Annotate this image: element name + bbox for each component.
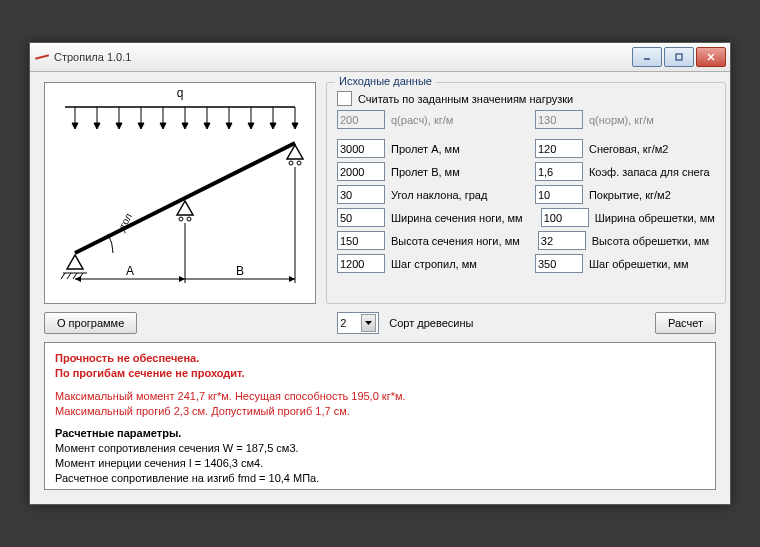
result-line: Расчетные параметры. bbox=[55, 426, 705, 441]
field-input[interactable] bbox=[337, 162, 385, 181]
svg-marker-20 bbox=[226, 123, 232, 129]
field-label: Пролет В, мм bbox=[391, 166, 460, 178]
checkbox-label: Считать по заданным значениям нагрузки bbox=[358, 93, 573, 105]
field-label: Коэф. запаса для снега bbox=[589, 166, 710, 178]
field-input[interactable] bbox=[337, 231, 385, 250]
field-label: Угол наклона, град bbox=[391, 189, 487, 201]
result-line: Максимальный прогиб 2,3 см. Допустимый п… bbox=[55, 404, 705, 419]
q-calc-input[interactable] bbox=[337, 110, 385, 129]
beam-diagram: q bbox=[44, 82, 316, 304]
svg-marker-44 bbox=[289, 276, 295, 282]
svg-marker-16 bbox=[182, 123, 188, 129]
svg-marker-22 bbox=[248, 123, 254, 129]
maximize-button[interactable] bbox=[664, 47, 694, 67]
load-arrow-icon bbox=[72, 107, 78, 129]
result-line: Расчетное сопротивление на изгиб fmd = 1… bbox=[55, 471, 705, 486]
inputs-fieldset: Исходные данные Считать по заданным знач… bbox=[326, 82, 726, 304]
support-mid-icon bbox=[177, 201, 193, 215]
field-label: Покрытие, кг/м2 bbox=[589, 189, 671, 201]
svg-marker-47 bbox=[365, 321, 372, 325]
field-input[interactable] bbox=[337, 139, 385, 158]
svg-text:B: B bbox=[236, 264, 244, 278]
result-line: По прогибам сечение не проходит. bbox=[55, 366, 705, 381]
svg-point-33 bbox=[179, 217, 183, 221]
wood-grade-select[interactable]: 2 bbox=[337, 312, 379, 334]
minimize-button[interactable] bbox=[632, 47, 662, 67]
svg-text:A: A bbox=[126, 264, 134, 278]
svg-text:угол: угол bbox=[115, 211, 134, 234]
app-icon bbox=[34, 49, 50, 65]
diagram-q-label: q bbox=[177, 86, 184, 100]
calculate-button[interactable]: Расчет bbox=[655, 312, 716, 334]
svg-marker-42 bbox=[179, 276, 185, 282]
field-label: Пролет А, мм bbox=[391, 143, 460, 155]
window-title: Стропила 1.0.1 bbox=[54, 51, 632, 63]
svg-marker-24 bbox=[270, 123, 276, 129]
result-line: Максимальный момент 241,7 кг*м. Несущая … bbox=[55, 389, 705, 404]
field-label: Ширина обрешетки, мм bbox=[595, 212, 715, 224]
svg-marker-14 bbox=[160, 123, 166, 129]
field-input[interactable] bbox=[541, 208, 589, 227]
field-label: Высота сечения ноги, мм bbox=[391, 235, 520, 247]
close-button[interactable] bbox=[696, 47, 726, 67]
field-label: Шаг стропил, мм bbox=[391, 258, 477, 270]
app-window: Стропила 1.0.1 q bbox=[29, 42, 731, 505]
field-input[interactable] bbox=[337, 254, 385, 273]
svg-marker-26 bbox=[292, 123, 298, 129]
results-output: Прочность не обеспечена. По прогибам сеч… bbox=[44, 342, 716, 490]
field-input[interactable] bbox=[337, 208, 385, 227]
field-input[interactable] bbox=[538, 231, 586, 250]
svg-point-36 bbox=[297, 161, 301, 165]
field-input[interactable] bbox=[337, 185, 385, 204]
use-given-loads-checkbox[interactable] bbox=[337, 91, 352, 106]
svg-rect-1 bbox=[676, 54, 682, 60]
result-line: Момент сопротивления сечения W = 187,5 с… bbox=[55, 441, 705, 456]
svg-marker-41 bbox=[75, 276, 81, 282]
field-input[interactable] bbox=[535, 162, 583, 181]
fieldset-legend: Исходные данные bbox=[335, 75, 436, 87]
field-label: Высота обрешетки, мм bbox=[592, 235, 709, 247]
svg-line-29 bbox=[61, 273, 65, 279]
svg-marker-12 bbox=[138, 123, 144, 129]
field-input[interactable] bbox=[535, 185, 583, 204]
chevron-down-icon bbox=[361, 314, 376, 332]
svg-line-30 bbox=[67, 273, 71, 279]
result-line: Момент инерции сечения I = 1406,3 см4. bbox=[55, 456, 705, 471]
field-input[interactable] bbox=[535, 139, 583, 158]
svg-point-35 bbox=[289, 161, 293, 165]
result-line: Прочность не обеспечена. bbox=[55, 351, 705, 366]
wood-grade-label: Сорт древесины bbox=[389, 317, 473, 329]
svg-marker-10 bbox=[116, 123, 122, 129]
q-norm-input[interactable] bbox=[535, 110, 583, 129]
field-label: Шаг обрешетки, мм bbox=[589, 258, 689, 270]
svg-line-31 bbox=[73, 273, 77, 279]
titlebar: Стропила 1.0.1 bbox=[30, 43, 730, 72]
svg-point-34 bbox=[187, 217, 191, 221]
field-label: Снеговая, кг/м2 bbox=[589, 143, 669, 155]
svg-marker-18 bbox=[204, 123, 210, 129]
field-label: Ширина сечения ноги, мм bbox=[391, 212, 523, 224]
support-left-icon bbox=[67, 255, 83, 269]
svg-marker-8 bbox=[94, 123, 100, 129]
svg-marker-6 bbox=[72, 123, 78, 129]
about-button[interactable]: О программе bbox=[44, 312, 137, 334]
field-input[interactable] bbox=[535, 254, 583, 273]
